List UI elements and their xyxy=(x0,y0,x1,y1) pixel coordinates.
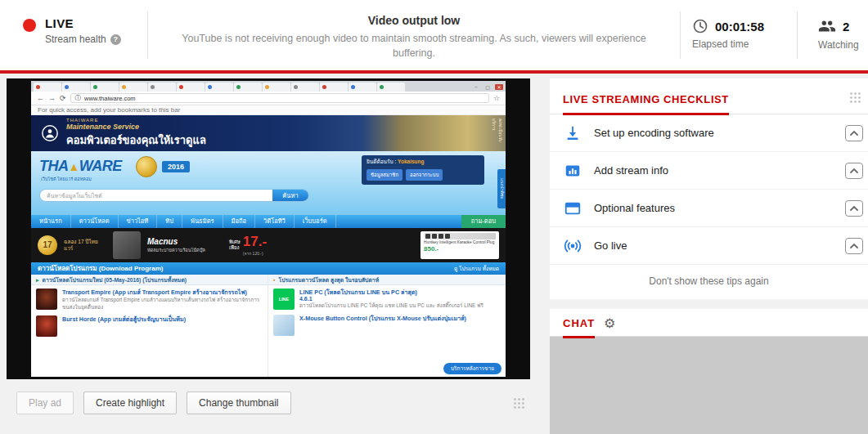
bar-chart-icon xyxy=(564,162,582,180)
dismiss-tips-link[interactable]: Don't show these tips again xyxy=(550,265,868,299)
section-view-all: ดู โปรแกรม ทั้งหมด xyxy=(454,265,499,273)
chat-messages-area[interactable] xyxy=(550,337,868,434)
green-bullet-icon: ▸ xyxy=(36,275,39,285)
broadcast-icon xyxy=(563,236,582,256)
window-card-icon xyxy=(564,199,582,217)
promo-price-note: (จาก 120.-) xyxy=(243,250,267,257)
live-status-block: LIVE Stream health ? xyxy=(23,16,121,45)
site-nav-item: พันธมิตร xyxy=(182,215,223,228)
checklist-item-stream-info: Add stream info xyxy=(550,152,868,190)
viewers-icon xyxy=(818,17,836,35)
orange-bullet-icon: ▪ xyxy=(273,275,275,285)
browser-tab-strip: – ▢ ✕ xyxy=(31,81,506,92)
browser-address-bar: ← → ⟳ ⓘ www.thaiware.com ☆ xyxy=(31,92,506,105)
live-preview-player[interactable]: – ▢ ✕ ← → ⟳ ⓘ www.thaiware.com ☆ For qui… xyxy=(7,78,530,379)
info-icon: ⓘ xyxy=(75,94,82,102)
site-nav-item: ดาวน์โหลด xyxy=(71,215,119,228)
forward-icon: → xyxy=(48,94,56,102)
site-search-bar: ค้นหาข้อมูลในเว็บไซต์ ค้นหา xyxy=(39,189,309,202)
banner-service: Maintenance Service xyxy=(66,123,206,131)
clock-icon xyxy=(692,18,708,34)
status-title: Video output low xyxy=(148,14,680,27)
back-icon: ← xyxy=(37,94,44,102)
chevron-up-icon xyxy=(849,168,859,174)
download-section-bar: ดาวน์โหลดโปรแกรม (Download Program) ดู โ… xyxy=(31,262,506,275)
help-icon[interactable]: ? xyxy=(110,34,121,45)
status-message: YouTube is not receiving enough video to… xyxy=(148,31,680,60)
window-controls: – ▢ ✕ xyxy=(472,84,503,90)
site-nav-item: ข่าวไอที xyxy=(119,215,158,228)
header-divider xyxy=(680,11,681,59)
right-column-header: โปรแกรมดาวน์โหลด สูงสุด ในรอบสัปดาห์ xyxy=(278,275,379,285)
site-nav-item: เว็บบอร์ด xyxy=(295,215,336,228)
minimize-icon: – xyxy=(472,84,480,90)
close-icon: ✕ xyxy=(495,84,503,90)
site-navbar: หน้าแรก ดาวน์โหลด ข่าวไอที ทิป พันธมิตร … xyxy=(31,215,506,228)
chevron-up-icon xyxy=(849,130,859,136)
site-logo-subtitle: เว็บไซต์ ไทยแวร์ ดอทคอม xyxy=(41,176,92,182)
live-indicator-dot xyxy=(23,19,36,32)
new-programs-column: ▸ดาวน์โหลดโปรแกรมใหม่ (05-May-2016) (โปร… xyxy=(31,275,268,377)
checklist-item-encoding: Set up encoding software xyxy=(550,114,868,152)
tab-chat[interactable]: CHAT xyxy=(563,309,595,338)
maintenance-banner: THAIWARE Maintenance Service คอมพิวเตอร์… xyxy=(31,115,506,151)
chat-panel: CHAT ⚙ xyxy=(550,309,868,434)
checklist-item-label: Add stream info xyxy=(594,164,668,177)
chevron-up-icon xyxy=(849,205,859,212)
person-circle-icon xyxy=(41,124,59,142)
site-chat-widget: บริการหลังการขาย xyxy=(443,363,501,374)
site-nav-item: มือถือ xyxy=(223,215,256,228)
gear-icon[interactable]: ⚙ xyxy=(604,315,615,331)
site-nav-item: วิดีโอทีวี xyxy=(255,215,295,228)
gold-coin-icon xyxy=(136,156,157,177)
header-divider xyxy=(797,11,798,59)
bookmark-hint: For quick access, add your bookmarks to … xyxy=(31,105,506,115)
stream-health-header: LIVE Stream health ? Video output low Yo… xyxy=(0,0,868,70)
expand-button[interactable] xyxy=(845,200,863,217)
expand-button[interactable] xyxy=(845,163,863,179)
player-toolbar: Play ad Create highlight Change thumbnai… xyxy=(7,391,530,414)
banner-headline: คอมพิวเตอร์ของคุณให้เราดูแล xyxy=(66,132,206,149)
change-thumbnail-button[interactable]: Change thumbnail xyxy=(187,391,290,414)
power-strip-image xyxy=(424,233,496,239)
red-accent-bar xyxy=(0,70,868,74)
line-pc-thumbnail: LINE xyxy=(273,289,295,310)
play-ad-button[interactable]: Play ad xyxy=(16,391,74,414)
section-title: ดาวน์โหลดโปรแกรม (Download Program) xyxy=(38,263,163,274)
checklist-title: LIVE STREAMING CHECKLIST xyxy=(563,93,729,115)
drag-handle[interactable] xyxy=(513,397,525,409)
transport-empire-thumbnail xyxy=(36,289,57,310)
plug-name: Huntkey Intelligent Karaoke Control Plug xyxy=(424,240,496,245)
watching-label: Watching xyxy=(818,39,859,51)
site-search-placeholder: ค้นหาข้อมูลในเว็บไซต์ xyxy=(40,191,272,200)
elapsed-time-value: 00:01:58 xyxy=(715,20,764,34)
plug-price: 850.- xyxy=(424,245,496,253)
watching-count: 2 xyxy=(843,20,849,34)
year-badge: 2016 xyxy=(162,161,190,172)
refresh-icon: ⟳ xyxy=(60,94,66,102)
create-highlight-button[interactable]: Create highlight xyxy=(83,391,177,414)
member-name: Yokaisung xyxy=(398,159,424,164)
anniversary-coin: 17 xyxy=(38,235,57,255)
url-box: ⓘ www.thaiware.com xyxy=(70,93,489,103)
anniversary-text: ฉลอง 17 ปีไทยแวร์ xyxy=(64,239,106,253)
logo-mark-icon: ▲ xyxy=(69,160,79,173)
maximize-icon: ▢ xyxy=(483,84,492,90)
logout-button: ออกจากระบบ xyxy=(406,169,443,181)
drag-handle[interactable] xyxy=(849,92,861,104)
left-column-header: ดาวน์โหลดโปรแกรมใหม่ (05-May-2016) (โปรแ… xyxy=(43,275,187,285)
chevron-up-icon xyxy=(849,243,859,249)
download-item: X-Mouse Button Control (โปรแกรม X-Mouse … xyxy=(268,311,506,338)
checklist-item-optional-features: Optional features xyxy=(550,190,868,227)
bookmark-star-icon: ☆ xyxy=(493,94,500,102)
expand-button[interactable] xyxy=(845,125,863,141)
site-nav-item: หน้าแรก xyxy=(31,215,71,228)
expand-button[interactable] xyxy=(845,238,863,254)
banner-side-label: ลงทะเบียนรับบริการ xyxy=(491,119,504,151)
plug-product-card: Huntkey Intelligent Karaoke Control Plug… xyxy=(421,231,499,259)
stream-status-message: Video output low YouTube is not receivin… xyxy=(148,14,680,60)
checklist-item-go-live: Go live xyxy=(550,227,868,265)
feedback-tab: แนะนำติชม xyxy=(497,169,506,208)
promo-brand: Macnus xyxy=(147,237,223,246)
live-label: LIVE xyxy=(45,16,121,30)
